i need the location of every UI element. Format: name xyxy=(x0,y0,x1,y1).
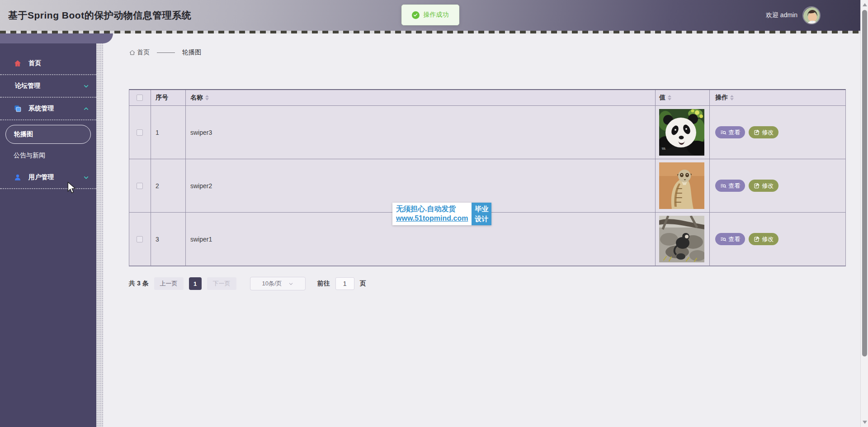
column-header-name: 名称 xyxy=(190,94,203,102)
select-all-checkbox[interactable] xyxy=(137,95,143,101)
row-checkbox[interactable] xyxy=(137,236,143,242)
table-header-row: 序号 名称 值 操作 xyxy=(129,90,845,106)
sidebar-subitem-swiper[interactable]: 轮播图 xyxy=(5,125,91,144)
home-icon xyxy=(14,59,22,67)
sidebar-divider xyxy=(0,188,96,189)
sidebar-item-label: 系统管理 xyxy=(28,104,54,113)
sidebar-item-label: 论坛管理 xyxy=(15,82,40,90)
swiper-table: 序号 名称 值 操作 1 swiper3 xyxy=(129,89,846,266)
sort-caret[interactable] xyxy=(730,93,734,102)
edit-icon xyxy=(754,129,760,136)
breadcrumb-current: 轮播图 xyxy=(182,48,201,57)
success-toast: 操作成功 xyxy=(401,5,459,25)
column-header-action: 操作 xyxy=(715,94,728,102)
toast-label: 操作成功 xyxy=(424,11,449,19)
sidebar-item-label: 首页 xyxy=(28,59,41,67)
sidebar-item-forum[interactable]: 论坛管理 xyxy=(0,75,96,97)
edit-button[interactable]: 修改 xyxy=(749,126,778,138)
chevron-down-icon xyxy=(83,83,89,89)
row-index: 1 xyxy=(151,106,186,159)
user-icon xyxy=(14,173,22,181)
breadcrumb-separator xyxy=(157,52,175,53)
sidebar: 首页 论坛管理 系统管理 轮播图 公 xyxy=(0,33,96,427)
corner-band-decoration xyxy=(0,33,113,43)
chevron-down-icon xyxy=(288,281,293,286)
row-index: 3 xyxy=(151,213,186,266)
edit-icon xyxy=(754,183,760,189)
page-number-1[interactable]: 1 xyxy=(189,277,202,290)
column-header-value: 值 xyxy=(659,94,665,102)
prev-page-button[interactable]: 上一页 xyxy=(154,277,184,290)
swiper2-meerkat-image xyxy=(659,162,704,209)
view-icon xyxy=(720,236,726,242)
chevron-down-icon xyxy=(83,175,89,180)
edit-icon xyxy=(754,236,760,242)
sidebar-item-label: 公告与新闻 xyxy=(14,152,45,160)
chevron-up-icon xyxy=(83,106,89,112)
total-count: 共 3 条 xyxy=(129,280,149,288)
page-unit-label: 页 xyxy=(360,280,366,288)
success-check-icon xyxy=(412,11,420,19)
pagination: 共 3 条 上一页 1 下一页 10条/页 前往 页 xyxy=(129,277,366,290)
app-title: 基于Spring Boot的保护动物信息管理系统 xyxy=(8,9,191,22)
edit-button[interactable]: 修改 xyxy=(749,233,778,245)
sidebar-menu: 首页 论坛管理 系统管理 轮播图 公 xyxy=(0,33,96,189)
view-button[interactable]: 查看 xyxy=(715,126,745,138)
mouse-cursor xyxy=(67,182,77,195)
goto-label: 前往 xyxy=(317,280,330,288)
sidebar-subitem-news[interactable]: 公告与新闻 xyxy=(0,145,96,166)
goto-page-input[interactable] xyxy=(335,277,354,290)
row-index: 2 xyxy=(151,159,186,213)
watermark: 无须担心.自动发货 www.51topmind.com 毕业 设计 xyxy=(392,203,491,225)
sidebar-item-home[interactable]: 首页 xyxy=(0,52,96,74)
sidebar-item-users[interactable]: 用户管理 xyxy=(0,166,96,188)
sidebar-item-system[interactable]: 系统管理 xyxy=(0,98,96,119)
watermark-line2: www.51topmind.com xyxy=(396,214,468,223)
welcome-text: 欢迎 admin xyxy=(766,11,797,19)
swiper1-monkey-image xyxy=(659,216,704,262)
view-button[interactable]: 查看 xyxy=(715,180,745,192)
sidebar-item-label: 用户管理 xyxy=(28,173,54,181)
row-checkbox[interactable] xyxy=(137,183,143,189)
swiper3-panda-image: \\\\ xyxy=(659,109,704,156)
main-content: 首页 轮播图 序号 名称 值 操作 1 swiper3 xyxy=(103,33,860,427)
view-button[interactable]: 查看 xyxy=(715,233,745,245)
row-checkbox[interactable] xyxy=(137,129,143,136)
sort-caret[interactable] xyxy=(205,93,209,102)
sidebar-edge-texture xyxy=(96,33,103,427)
app-header: 基于Spring Boot的保护动物信息管理系统 操作成功 欢迎 admin xyxy=(0,0,860,31)
scrollbar-up-arrow[interactable] xyxy=(863,3,867,6)
table-row: 1 swiper3 xyxy=(129,106,845,159)
avatar[interactable] xyxy=(802,6,821,24)
view-icon xyxy=(720,129,726,136)
sort-caret[interactable] xyxy=(668,93,671,102)
column-header-index: 序号 xyxy=(156,94,168,102)
scrollbar-thumb[interactable] xyxy=(862,10,867,356)
copy-icon xyxy=(14,104,22,113)
home-outline-icon xyxy=(129,49,136,56)
breadcrumb-home[interactable]: 首页 xyxy=(129,48,150,57)
breadcrumb: 首页 轮播图 xyxy=(129,48,201,57)
sidebar-divider xyxy=(0,119,96,120)
edit-button[interactable]: 修改 xyxy=(749,180,778,192)
next-page-button[interactable]: 下一页 xyxy=(207,277,236,290)
watermark-badge: 毕业 设计 xyxy=(472,203,491,225)
row-name: swiper3 xyxy=(186,106,656,159)
svg-text:\\\\: \\\\ xyxy=(662,147,665,150)
scrollbar-down-arrow[interactable] xyxy=(863,421,867,424)
page-size-select[interactable]: 10条/页 xyxy=(250,277,306,290)
watermark-line1: 无须担心.自动发货 xyxy=(396,204,468,214)
view-icon xyxy=(720,183,726,189)
scrollbar[interactable] xyxy=(860,0,868,427)
sidebar-item-label: 轮播图 xyxy=(14,130,33,138)
